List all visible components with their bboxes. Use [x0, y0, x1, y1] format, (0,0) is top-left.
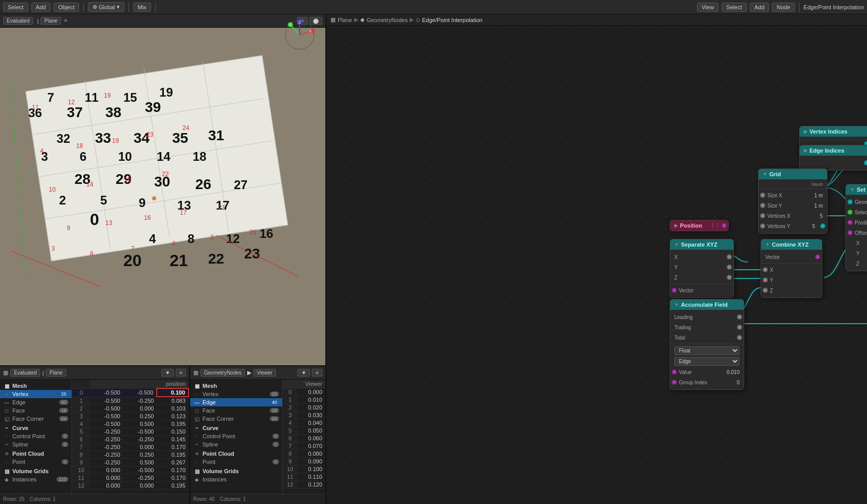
mesh-tree-item-vertex[interactable]: ·Vertex25 — [0, 390, 71, 398]
viewer-tree-item-face-corner[interactable]: ◱Face Corner64 — [190, 415, 282, 423]
af-trailing-row: Trailing — [670, 322, 744, 332]
af-domain-dropdown[interactable]: Edge Point Face — [674, 357, 740, 366]
af-leading-out[interactable] — [737, 314, 742, 320]
grid-header[interactable]: ▼ Grid — [759, 169, 827, 179]
grid-sizey-label: Size Y — [767, 203, 812, 209]
sp-off-socket[interactable] — [847, 230, 853, 235]
af-val-socket[interactable] — [672, 369, 677, 375]
separator-3 — [155, 3, 156, 12]
dp-sort-btn[interactable]: ≡ — [176, 369, 186, 377]
mesh-tree-item-edge[interactable]: —Edge40 — [0, 398, 71, 406]
viewport-toolbar: Evaluated | Plane ✧ ≡ ⬤ — [0, 14, 325, 28]
sp-sel-in[interactable] — [847, 210, 853, 215]
sxyz-z-out[interactable] — [727, 275, 732, 280]
vr-filter-btn[interactable]: ▼ — [298, 369, 310, 377]
cxyz-y-in[interactable] — [763, 277, 768, 283]
sp-geo-in[interactable] — [847, 199, 853, 204]
sxyz-x-out[interactable] — [727, 254, 732, 259]
breadcrumb-plane[interactable]: Plane — [338, 17, 352, 23]
af-gidx-socket[interactable] — [672, 380, 677, 385]
tree-count: 0 — [62, 442, 68, 447]
dp-evaluated-btn[interactable]: Evaluated — [10, 369, 40, 377]
cxyz-vec-out[interactable] — [815, 254, 820, 259]
svg-text:5: 5 — [100, 193, 107, 207]
node-button-right[interactable]: Node — [772, 3, 795, 12]
node-canvas[interactable]: ▶ Vertex Indices ▶ Edge Indices — [326, 26, 867, 504]
sxyz-vec-in[interactable] — [672, 288, 677, 293]
grid-mesh-out-socket[interactable] — [820, 223, 825, 229]
viewer-tree-item-control-point[interactable]: ·Control Point0 — [190, 432, 282, 440]
grid-vy-socket[interactable] — [760, 223, 765, 229]
grid-sizey-socket[interactable] — [760, 203, 765, 208]
viewer-tree-item-point[interactable]: ·Point0 — [190, 458, 282, 466]
sxyz-y-out[interactable] — [727, 265, 732, 270]
sxyz-header[interactable]: ▼ Separate XYZ — [670, 239, 733, 250]
mesh-tree-item-point[interactable]: ·Point0 — [0, 458, 71, 466]
row-c2: -0.500 — [123, 388, 157, 397]
row-c1: 0.000 — [90, 474, 123, 482]
mesh-tree-item-spline[interactable]: ~Spline0 — [0, 440, 71, 449]
svg-line-82 — [216, 235, 298, 276]
af-header[interactable]: ▼ Accumulate Field — [670, 300, 744, 310]
svg-text:16: 16 — [260, 227, 273, 240]
vr-geonode-btn[interactable]: GeometryNodes — [200, 369, 245, 377]
cxyz-z-row: Z — [761, 285, 822, 295]
mesh-tree-item-face-corner[interactable]: ◱Face Corner64 — [0, 415, 71, 423]
data-panel-right: ▦ GeometryNodes ▶ Viewer ▼ ≡ ▦Mesh·Verte… — [190, 366, 325, 504]
bc-geo-icon: ◆ — [360, 16, 364, 23]
sp-header[interactable]: ▼ Set Position — [846, 184, 867, 195]
mesh-tree-item-instances[interactable]: ◈Instances110 — [0, 475, 71, 483]
viewer-tree-item-edge[interactable]: —Edge40 — [190, 398, 282, 406]
mesh-tree-item-control-point[interactable]: ·Control Point0 — [0, 432, 71, 440]
viewport-3d[interactable]: Evaluated | Plane ✧ ≡ ⬤ X — [0, 14, 325, 365]
pos-out-socket[interactable] — [722, 223, 727, 228]
position-header[interactable]: ▶ Position ⋮⋮ — [670, 220, 728, 231]
row-c1: -0.250 — [90, 443, 123, 451]
vertex-indices-header[interactable]: ▶ Vertex Indices — [800, 126, 867, 137]
row-idx: 11 — [283, 473, 298, 481]
ei-output-socket[interactable] — [864, 160, 867, 165]
cxyz-x-in[interactable] — [763, 267, 768, 272]
vr-viewer-btn[interactable]: Viewer — [253, 369, 276, 377]
row-c2: -0.500 — [123, 466, 157, 474]
breadcrumb-geonodes[interactable]: GeometryNodes — [366, 17, 408, 23]
edge-indices-header[interactable]: ▶ Edge Indices — [800, 145, 867, 156]
sp-pos-in[interactable] — [847, 220, 853, 225]
object-button[interactable]: Object — [53, 3, 79, 12]
mode-button[interactable]: ⊕ Global ▾ — [88, 2, 124, 12]
af-groupidx-row: Group Index 0 — [670, 377, 744, 387]
af-leading-row: Leading — [670, 312, 744, 322]
viewer-tree-item-face[interactable]: □Face16 — [190, 406, 282, 415]
viewer-tree-item-vertex[interactable]: ·Vertex25 — [190, 390, 282, 398]
vr-sort-btn[interactable]: ≡ — [312, 369, 322, 377]
set-position-node: ▼ Set Position Geometry Selection — [845, 184, 867, 271]
grid-vx-socket[interactable] — [760, 213, 765, 218]
svg-text:26: 26 — [195, 176, 211, 192]
mix-button[interactable]: Mix — [133, 3, 151, 12]
select-button[interactable]: Select — [3, 3, 28, 12]
select-button-right[interactable]: Select — [722, 3, 747, 12]
viewport-evaluated-btn[interactable]: Evaluated — [3, 17, 33, 25]
af-total-out[interactable] — [737, 335, 742, 340]
viewer-tree-label: Point Cloud — [202, 451, 234, 457]
add-button-right[interactable]: Add — [750, 3, 769, 12]
cxyz-z-in[interactable] — [763, 288, 768, 293]
tree-count: 40 — [59, 400, 68, 405]
add-button[interactable]: Add — [31, 3, 51, 12]
breadcrumb-current[interactable]: Edge/Point Interpolation — [422, 17, 482, 23]
af-type-dropdown[interactable]: Float Integer Vector — [674, 346, 740, 355]
row-c3: 0.170 — [157, 466, 189, 474]
dp-plane-btn[interactable]: Plane — [46, 369, 66, 377]
svg-text:20: 20 — [249, 229, 256, 236]
view-button-right[interactable]: View — [697, 3, 718, 12]
dp-filter-btn[interactable]: ▼ — [161, 369, 174, 377]
mesh-tree-item-face[interactable]: □Face16 — [0, 406, 71, 415]
viewer-tree-item-spline[interactable]: ~Spline0 — [190, 440, 282, 449]
viewer-tree-item-instances[interactable]: ◈Instances — [190, 475, 282, 483]
cxyz-header[interactable]: ▼ Combine XYZ — [761, 239, 822, 250]
grid-vx-label: Vertices X — [767, 213, 818, 219]
grid-sizex-socket[interactable] — [760, 193, 765, 198]
viewport-plane-btn[interactable]: Plane — [41, 17, 61, 25]
cxyz-body: Vector X Y Z — [761, 250, 822, 297]
af-trailing-out[interactable] — [737, 325, 742, 330]
